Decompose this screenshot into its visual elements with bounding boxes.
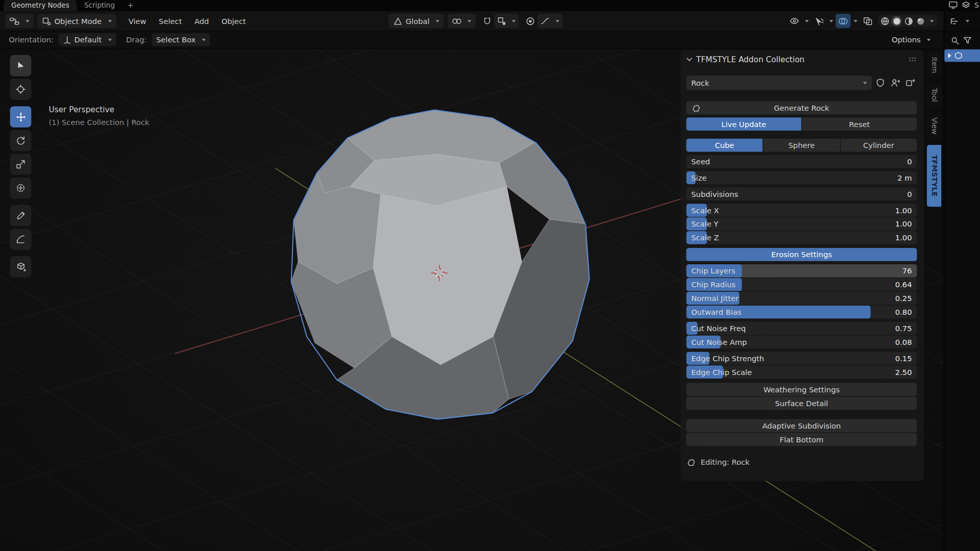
menu-object[interactable]: Object bbox=[215, 14, 252, 28]
sidebar-tab-view[interactable]: View bbox=[927, 113, 941, 139]
axis-mini-icon bbox=[63, 36, 71, 44]
slider-scale-y[interactable]: Scale Y 1.00 bbox=[686, 217, 917, 231]
slider-cut-noise-freq[interactable]: Cut Noise Freq 0.75 bbox=[686, 322, 917, 335]
mode-dropdown[interactable]: Object Mode bbox=[37, 14, 116, 28]
slider-value: 0.64 bbox=[895, 280, 912, 289]
preset-new-button[interactable] bbox=[904, 76, 917, 89]
add-primitive-tool[interactable] bbox=[10, 256, 32, 278]
cylinder-shape-button[interactable]: Cylinder bbox=[841, 139, 917, 152]
rotate-tool[interactable] bbox=[10, 130, 32, 152]
filter-funnel-icon[interactable] bbox=[963, 36, 972, 44]
sidebar-tab-tool[interactable]: Tool bbox=[927, 84, 941, 107]
slider-value: 0 bbox=[907, 190, 912, 198]
slider-cut-noise-amp[interactable]: Cut Noise Amp 0.08 bbox=[686, 336, 917, 349]
rendered-shading-button[interactable] bbox=[915, 16, 926, 27]
weathering-settings-button[interactable]: Weathering Settings bbox=[686, 383, 917, 396]
slider-outward-bias[interactable]: Outward Bias 0.80 bbox=[686, 306, 917, 319]
sphere-shape-button[interactable]: Sphere bbox=[764, 139, 840, 152]
select-box-tool[interactable] bbox=[10, 55, 32, 77]
sidebar-tab-tfmstyle[interactable]: TFMSTYLE bbox=[927, 145, 941, 207]
slider-label: Cut Noise Freq bbox=[691, 324, 895, 333]
workspace-tab-scripting[interactable]: Scripting bbox=[77, 0, 122, 11]
erosion-settings-button[interactable]: Erosion Settings bbox=[686, 248, 917, 261]
orientation-setting-dropdown[interactable]: Default bbox=[59, 33, 116, 46]
expand-arrow-icon[interactable] bbox=[948, 53, 951, 58]
drag-handle-icon[interactable] bbox=[908, 56, 917, 62]
material-shading-button[interactable] bbox=[903, 16, 914, 27]
add-workspace-button[interactable]: + bbox=[122, 1, 139, 11]
slider-edge-chip-strength[interactable]: Edge Chip Strength 0.15 bbox=[686, 352, 917, 365]
mode-label: Object Mode bbox=[55, 16, 102, 25]
rock-object[interactable] bbox=[291, 110, 590, 419]
rendered-sphere-icon bbox=[916, 16, 924, 25]
sidebar-tab-item[interactable]: Item bbox=[927, 53, 941, 78]
generate-rock-label: Generate Rock bbox=[774, 104, 829, 112]
show-gizmo-toggle[interactable] bbox=[787, 14, 802, 28]
transform-icon bbox=[16, 183, 26, 193]
menu-select[interactable]: Select bbox=[153, 14, 188, 28]
adaptive-subdivision-button[interactable]: Adaptive Subdivision bbox=[686, 419, 917, 433]
scale-tool[interactable] bbox=[10, 154, 32, 175]
header-menus: ViewSelectAddObject bbox=[122, 14, 253, 28]
measure-tool[interactable] bbox=[10, 229, 32, 250]
slider-value: 1.00 bbox=[895, 219, 912, 228]
slider-value: 0.75 bbox=[895, 324, 912, 333]
menu-add[interactable]: Add bbox=[188, 14, 215, 28]
slider-value: 2.50 bbox=[895, 368, 912, 377]
shape-selector: CubeSphereCylinder bbox=[686, 139, 917, 152]
proportional-falloff-dropdown[interactable] bbox=[537, 14, 562, 28]
surface-detail-button[interactable]: Surface Detail bbox=[686, 397, 917, 410]
wireframe-shading-button[interactable] bbox=[879, 16, 890, 27]
drag-setting-dropdown[interactable]: Select Box bbox=[152, 33, 210, 46]
erosion-props: Chip Layers 76 Chip Radius 0.64 Normal J… bbox=[686, 264, 917, 379]
pivot-point-dropdown[interactable] bbox=[448, 14, 476, 28]
slider-scale-x[interactable]: Scale X 1.00 bbox=[686, 204, 917, 217]
slider-scale-z[interactable]: Scale Z 1.00 bbox=[686, 231, 917, 244]
cube-shape-button[interactable]: Cube bbox=[686, 139, 763, 152]
outliner-selected-row[interactable] bbox=[944, 49, 980, 62]
editor-type-button[interactable] bbox=[5, 14, 34, 28]
snap-toggle[interactable] bbox=[480, 14, 495, 28]
slider-edge-chip-scale[interactable]: Edge Chip Scale 2.50 bbox=[686, 365, 917, 379]
transform-orientation-dropdown[interactable]: Global bbox=[389, 14, 444, 28]
slider-seed[interactable]: Seed 0 bbox=[686, 155, 917, 168]
slider-chip-layers[interactable]: Chip Layers 76 bbox=[686, 264, 917, 278]
workspace-tab-geometry-nodes[interactable]: Geometry Nodes bbox=[4, 0, 77, 11]
preset-duplicate-button[interactable] bbox=[889, 76, 902, 89]
annotate-tool[interactable] bbox=[10, 205, 32, 227]
show-overlays-toggle[interactable] bbox=[836, 14, 850, 28]
toggle-xray-button[interactable] bbox=[860, 14, 875, 28]
slider-size[interactable]: Size 2 m bbox=[686, 171, 917, 185]
snapping-dropdown[interactable] bbox=[495, 14, 519, 28]
preset-dropdown[interactable]: Rock bbox=[686, 76, 872, 90]
reset-button[interactable]: Reset bbox=[802, 117, 917, 131]
move-tool[interactable] bbox=[10, 106, 32, 128]
solid-shading-button[interactable] bbox=[891, 16, 902, 27]
panel-header[interactable]: TFMSTYLE Addon Collection bbox=[686, 54, 917, 65]
slider-chip-radius[interactable]: Chip Radius 0.64 bbox=[686, 278, 917, 291]
viewport-header: Object Mode ViewSelectAddObject Global bbox=[0, 11, 944, 31]
live-update-button[interactable]: Live Update bbox=[686, 117, 801, 131]
chevron-down-icon bbox=[854, 20, 857, 22]
cursor-tool[interactable] bbox=[10, 79, 32, 100]
viewport-gizmos-button[interactable] bbox=[811, 14, 826, 28]
slider-value: 0.25 bbox=[895, 294, 912, 303]
collapse-chevron-icon bbox=[686, 57, 692, 62]
flat-bottom-button[interactable]: Flat Bottom bbox=[686, 433, 917, 446]
slider-normal-jitter[interactable]: Normal Jitter 0.25 bbox=[686, 292, 917, 305]
slider-subdivisions[interactable]: Subdivisions 0 bbox=[686, 187, 917, 201]
falloff-curve-icon bbox=[541, 17, 550, 25]
material-sphere-icon bbox=[904, 16, 913, 25]
preset-save-button[interactable] bbox=[874, 76, 887, 89]
transform-tool[interactable] bbox=[10, 178, 32, 199]
generate-rock-button[interactable]: Generate Rock bbox=[686, 101, 917, 114]
snap-target-icon bbox=[498, 17, 506, 25]
menu-view[interactable]: View bbox=[122, 14, 153, 28]
proportional-edit-icon bbox=[526, 16, 535, 25]
search-icon[interactable] bbox=[950, 36, 959, 44]
slider-label: Edge Chip Scale bbox=[691, 368, 895, 377]
proportional-editing-toggle[interactable] bbox=[523, 14, 537, 28]
options-dropdown[interactable]: Options bbox=[887, 33, 935, 46]
cursor-crosshair-icon bbox=[16, 84, 26, 94]
outliner-editor-type-button[interactable] bbox=[950, 14, 969, 29]
